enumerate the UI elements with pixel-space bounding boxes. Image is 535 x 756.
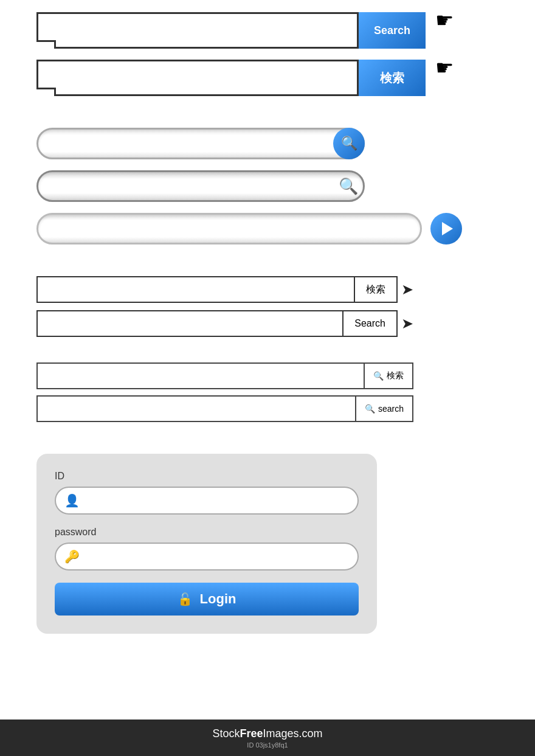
play-button[interactable] bbox=[430, 213, 462, 244]
lock-icon: 🔓 bbox=[178, 592, 193, 606]
cursor-arrow-2: ➤ bbox=[401, 315, 413, 332]
user-icon: 👤 bbox=[64, 493, 80, 508]
brand-end: Images.com bbox=[263, 727, 323, 740]
login-card: ID 👤 password 🔑 🔓 Login bbox=[36, 454, 377, 634]
search-button-icon-en[interactable]: 🔍 search bbox=[355, 395, 413, 422]
search-input-3[interactable] bbox=[36, 128, 365, 159]
search-button-en-1[interactable]: Search bbox=[343, 310, 398, 337]
mag-icon-btn-en: 🔍 bbox=[365, 404, 375, 414]
search-button-icon-jp[interactable]: 🔍 検索 bbox=[364, 362, 413, 389]
search-group-2: 検索 ☛ bbox=[36, 60, 499, 96]
jp-search-row-1: 検索 ➤ bbox=[36, 276, 413, 303]
id-input[interactable] bbox=[55, 487, 359, 515]
mag-icon-btn-jp: 🔍 bbox=[373, 371, 384, 381]
search-input-4[interactable] bbox=[36, 170, 365, 202]
search-input-icon-jp[interactable] bbox=[36, 362, 364, 389]
hand-cursor-icon-1: ☛ bbox=[435, 10, 454, 30]
hand-cursor-icon-2: ☛ bbox=[435, 57, 454, 78]
search-icon-outline[interactable]: 🔍 bbox=[334, 172, 362, 200]
password-input[interactable] bbox=[55, 543, 359, 570]
brand-bold: Free bbox=[240, 727, 263, 740]
icon-search-row-2: 🔍 search bbox=[36, 395, 413, 422]
magnifier-icon-4: 🔍 bbox=[339, 177, 358, 196]
search-input-wrapper-2 bbox=[36, 60, 359, 96]
search-icon-blue-circle[interactable]: 🔍 bbox=[333, 128, 365, 159]
id-input-wrapper: 👤 bbox=[55, 487, 359, 515]
login-button[interactable]: 🔓 Login bbox=[55, 583, 359, 616]
search-input-5[interactable] bbox=[36, 213, 422, 244]
key-icon: 🔑 bbox=[64, 549, 80, 564]
search-group-3: 🔍 bbox=[36, 128, 365, 159]
search-input-wrapper-1 bbox=[36, 12, 359, 49]
cursor-arrow-1: ➤ bbox=[401, 281, 413, 298]
footer: StockFreeImages.com ID 03js1y8fq1 bbox=[0, 720, 535, 756]
search-input-icon-en[interactable] bbox=[36, 395, 355, 422]
search-input-jp-1[interactable] bbox=[36, 276, 355, 303]
brand-plain: Stock bbox=[212, 727, 240, 740]
search-group-5 bbox=[36, 213, 462, 244]
search-button-jp-2[interactable]: 検索 bbox=[355, 276, 398, 303]
footer-brand: StockFreeImages.com bbox=[212, 727, 322, 740]
search-group-4: 🔍 bbox=[36, 170, 365, 202]
search-btn-label-en: search bbox=[378, 404, 404, 414]
jp-search-row-2: Search ➤ bbox=[36, 310, 413, 337]
pixel-notch-1 bbox=[36, 40, 56, 49]
search-button-1[interactable]: Search bbox=[359, 12, 426, 49]
search-input-2[interactable] bbox=[36, 60, 359, 96]
play-triangle-icon bbox=[442, 222, 453, 235]
search-btn-label-jp: 検索 bbox=[387, 370, 404, 381]
pixel-notch-2 bbox=[36, 88, 56, 96]
login-button-label: Login bbox=[200, 591, 236, 607]
id-label: ID bbox=[55, 471, 359, 482]
password-input-wrapper: 🔑 bbox=[55, 543, 359, 570]
password-label: password bbox=[55, 527, 359, 538]
search-input-en-1[interactable] bbox=[36, 310, 343, 337]
magnifier-icon-3: 🔍 bbox=[341, 136, 357, 151]
jp-search-group: 検索 ➤ Search ➤ bbox=[36, 276, 413, 337]
icon-search-group: 🔍 検索 🔍 search bbox=[36, 362, 413, 422]
icon-search-row-1: 🔍 検索 bbox=[36, 362, 413, 389]
search-group-1: Search ☛ bbox=[36, 12, 499, 49]
footer-id: ID 03js1y8fq1 bbox=[247, 741, 288, 749]
search-input-1[interactable] bbox=[36, 12, 359, 49]
search-button-jp-1[interactable]: 検索 bbox=[359, 60, 426, 96]
